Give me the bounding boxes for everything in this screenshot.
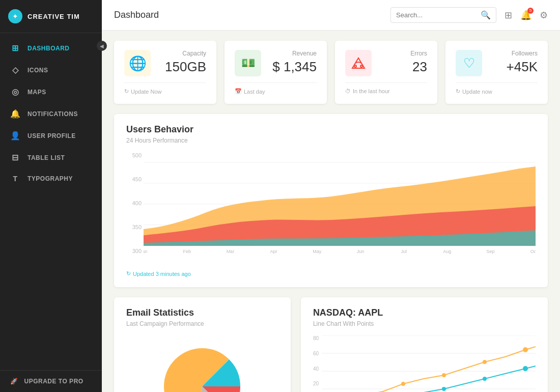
revenue-value: $ 1,345: [272, 59, 317, 75]
search-input[interactable]: [396, 11, 478, 19]
users-behavior-subtitle: 24 Hours Performance: [126, 137, 536, 144]
y-label-400: 400: [126, 200, 142, 206]
bottom-grid: Email Statistics Last Campaign Performan…: [114, 297, 548, 392]
svg-point-24: [401, 382, 405, 386]
errors-footer-text: In the last hour: [353, 88, 390, 94]
followers-footer-text: Update now: [462, 89, 492, 95]
svg-text:Jul: Jul: [401, 249, 407, 254]
sidebar-item-icons[interactable]: ◇ ICONS: [0, 59, 102, 81]
svg-point-33: [523, 366, 528, 371]
errors-value: 23: [410, 59, 427, 75]
update-icon: ↻: [126, 270, 131, 277]
revenue-footer-text: Last day: [244, 89, 265, 95]
y-label-500: 500: [126, 152, 142, 158]
sidebar-item-typography[interactable]: T TYPOGRAPHY: [0, 169, 102, 189]
bell-icon[interactable]: 🔔 5: [520, 10, 531, 21]
stat-card-revenue: 💵 Revenue $ 1,345 📅 Last day: [225, 41, 327, 104]
svg-point-0: [354, 65, 356, 67]
errors-footer-icon: ⏱: [345, 88, 351, 94]
capacity-label: Capacity: [165, 50, 206, 57]
svg-text:May: May: [313, 249, 322, 254]
nasdaq-title: NASDAQ: AAPL: [313, 307, 536, 318]
svg-text:Oct: Oct: [530, 249, 536, 254]
followers-label: Followers: [507, 50, 538, 57]
capacity-footer-icon: ↻: [124, 88, 129, 95]
chart-footer: ↻ Updated 3 minutes ago: [126, 270, 536, 277]
user-profile-icon: 👤: [10, 131, 20, 141]
nasdaq-card: NASDAQ: AAPL Line Chart With Points 80 6…: [301, 297, 548, 392]
email-statistics-subtitle: Last Campaign Performance: [126, 320, 278, 327]
users-behavior-title: Users Behavior: [126, 124, 536, 135]
svg-point-32: [483, 377, 487, 381]
sidebar-item-notifications[interactable]: 🔔 NOTIFICATIONS: [0, 103, 102, 125]
sidebar-brand[interactable]: ✦ CREATIVE TIM: [0, 0, 102, 33]
sidebar: ✦ CREATIVE TIM ◀ ⊞ DASHBOARD ◇ ICONS ◎ M…: [0, 0, 102, 392]
capacity-footer-text: Update Now: [131, 89, 162, 95]
capacity-value: 150GB: [165, 59, 206, 75]
svg-text:Mar: Mar: [227, 249, 235, 254]
stat-card-capacity: 🌐 Capacity 150GB ↻ Update Now: [114, 41, 216, 104]
sidebar-item-user-profile[interactable]: 👤 USER PROFILE: [0, 125, 102, 147]
svg-text:Sep: Sep: [487, 249, 495, 254]
y-label-300: 300: [126, 248, 142, 254]
errors-label: Errors: [410, 50, 427, 57]
upgrade-label: UPGRADE TO PRO: [24, 378, 83, 385]
sidebar-item-label: MAPS: [27, 89, 46, 96]
nasdaq-subtitle: Line Chart With Points: [313, 320, 536, 327]
notification-badge: 5: [527, 8, 534, 14]
icons-icon: ◇: [10, 65, 20, 75]
page-title: Dashboard: [114, 10, 390, 20]
sidebar-collapse-arrow[interactable]: ◀: [97, 41, 107, 51]
sidebar-item-label: ICONS: [27, 67, 48, 74]
svg-text:Jun: Jun: [357, 249, 365, 254]
table-list-icon: ⊟: [10, 153, 20, 162]
errors-icon: [345, 50, 372, 76]
y-label-350: 350: [126, 224, 142, 230]
followers-icon: ♡: [456, 50, 482, 76]
topbar: Dashboard 🔍 ⊞ 🔔 5 ⚙: [102, 0, 560, 31]
revenue-icon: 💵: [235, 50, 261, 76]
sidebar-item-maps[interactable]: ◎ MAPS: [0, 81, 102, 103]
sidebar-item-label: NOTIFICATIONS: [27, 110, 78, 118]
stat-card-followers: ♡ Followers +45K ↻ Update now: [445, 41, 548, 104]
search-icon: 🔍: [481, 10, 491, 20]
upgrade-icon: 🚀: [10, 378, 18, 385]
grid-icon[interactable]: ⊞: [505, 10, 512, 21]
gear-icon[interactable]: ⚙: [540, 10, 548, 21]
notifications-icon: 🔔: [10, 109, 20, 119]
dashboard-icon: ⊞: [10, 43, 20, 53]
y-label-450: 450: [126, 176, 142, 182]
revenue-footer-icon: 📅: [235, 88, 242, 95]
area-chart-wrapper: 500 450 400 350 300: [126, 152, 536, 264]
followers-footer: ↻ Update now: [456, 82, 538, 95]
line-chart-svg: [322, 335, 536, 392]
email-statistics-title: Email Statistics: [126, 307, 278, 318]
svg-text:Jan: Jan: [144, 249, 147, 254]
pie-chart-wrapper: [126, 335, 278, 392]
brand-name: CREATIVE TIM: [27, 13, 80, 20]
pie-chart-svg: [156, 341, 248, 392]
topbar-icons: ⊞ 🔔 5 ⚙: [505, 10, 548, 21]
maps-icon: ◎: [10, 87, 20, 97]
svg-point-31: [442, 387, 446, 391]
sidebar-upgrade-button[interactable]: 🚀 UPGRADE TO PRO: [0, 370, 102, 392]
brand-icon: ✦: [8, 9, 22, 23]
search-box[interactable]: 🔍: [390, 7, 496, 23]
svg-text:Aug: Aug: [443, 249, 451, 254]
sidebar-item-label: DASHBOARD: [27, 45, 70, 52]
sidebar-item-table-list[interactable]: ⊟ TABLE LIST: [0, 147, 102, 169]
dashboard-content: 🌐 Capacity 150GB ↻ Update Now 💵 Revenue: [102, 31, 560, 392]
capacity-icon: 🌐: [124, 50, 151, 76]
stat-card-errors: Errors 23 ⏱ In the last hour: [335, 41, 437, 104]
followers-value: +45K: [507, 59, 538, 75]
users-behavior-card: Users Behavior 24 Hours Performance 500 …: [114, 114, 548, 287]
stat-cards-grid: 🌐 Capacity 150GB ↻ Update Now 💵 Revenue: [114, 41, 548, 104]
sidebar-item-dashboard[interactable]: ⊞ DASHBOARD: [0, 37, 102, 59]
svg-text:Apr: Apr: [270, 249, 277, 254]
svg-text:Feb: Feb: [183, 249, 191, 254]
typography-icon: T: [10, 175, 20, 183]
update-text: Updated 3 minutes ago: [133, 271, 191, 277]
revenue-label: Revenue: [272, 50, 317, 57]
sidebar-nav: ⊞ DASHBOARD ◇ ICONS ◎ MAPS 🔔 NOTIFICATIO…: [0, 33, 102, 370]
followers-footer-icon: ↻: [456, 88, 460, 95]
